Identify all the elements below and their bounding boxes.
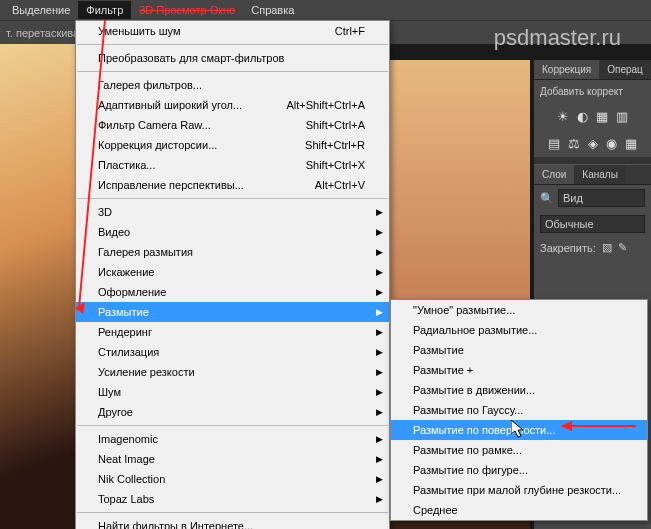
blur-menu-item[interactable]: Размытие по рамке... xyxy=(391,440,647,460)
filter-menu-item[interactable]: Другое▶ xyxy=(76,402,389,422)
submenu-arrow-icon: ▶ xyxy=(376,227,383,237)
filter-menu-item[interactable]: Исправление перспективы...Alt+Ctrl+V xyxy=(76,175,389,195)
channel-mixer-icon[interactable]: ▦ xyxy=(625,136,637,151)
filter-menu-item[interactable]: Усиление резкости▶ xyxy=(76,362,389,382)
tab-layers[interactable]: Слои xyxy=(534,165,574,184)
curves-icon[interactable]: ▦ xyxy=(596,109,608,124)
submenu-arrow-icon: ▶ xyxy=(376,407,383,417)
filter-menu-item[interactable]: Оформление▶ xyxy=(76,282,389,302)
blur-menu-item[interactable]: Размытие по поверхности... xyxy=(391,420,647,440)
submenu-arrow-icon: ▶ xyxy=(376,454,383,464)
lock-brush-icon[interactable]: ✎ xyxy=(618,241,627,254)
submenu-arrow-icon: ▶ xyxy=(376,474,383,484)
filter-menu-item[interactable]: Видео▶ xyxy=(76,222,389,242)
filter-menu-item[interactable]: Преобразовать для смарт-фильтров xyxy=(76,48,389,68)
submenu-arrow-icon: ▶ xyxy=(376,207,383,217)
filter-menu-item[interactable]: Галерея размытия▶ xyxy=(76,242,389,262)
submenu-arrow-icon: ▶ xyxy=(376,387,383,397)
adjustment-icons-1[interactable]: ☀ ◐ ▦ ▥ xyxy=(534,103,651,130)
bw-icon[interactable]: ◈ xyxy=(588,136,598,151)
tab-corrections[interactable]: Коррекция xyxy=(534,60,599,79)
filter-menu-item[interactable]: Искажение▶ xyxy=(76,262,389,282)
blur-menu-item[interactable]: Размытие + xyxy=(391,360,647,380)
menu-help[interactable]: Справка xyxy=(243,1,302,19)
submenu-arrow-icon: ▶ xyxy=(376,307,383,317)
filter-menu-item[interactable]: Уменьшить шумCtrl+F xyxy=(76,21,389,41)
filter-menu-item[interactable]: 3D▶ xyxy=(76,202,389,222)
filter-menu-item[interactable]: Пластика...Shift+Ctrl+X xyxy=(76,155,389,175)
filter-menu-item[interactable]: Адаптивный широкий угол...Alt+Shift+Ctrl… xyxy=(76,95,389,115)
blur-menu-item[interactable]: "Умное" размытие... xyxy=(391,300,647,320)
watermark: psdmaster.ru xyxy=(494,25,621,51)
balance-icon[interactable]: ⚖ xyxy=(568,136,580,151)
filter-menu-item[interactable]: Рендеринг▶ xyxy=(76,322,389,342)
blur-menu-item[interactable]: Размытие в движении... xyxy=(391,380,647,400)
adjustment-icons-2[interactable]: ▤ ⚖ ◈ ◉ ▦ xyxy=(534,130,651,157)
menu-selection[interactable]: Выделение xyxy=(4,1,78,19)
filter-menu-item[interactable]: Neat Image▶ xyxy=(76,449,389,469)
filter-menu-item[interactable]: Фильтр Camera Raw...Shift+Ctrl+A xyxy=(76,115,389,135)
filter-menu-item[interactable]: Imagenomic▶ xyxy=(76,429,389,449)
tab-channels[interactable]: Каналы xyxy=(574,165,626,184)
filter-menu-item[interactable]: Найти фильтры в Интернете... xyxy=(76,516,389,529)
filter-menu-item[interactable]: Стилизация▶ xyxy=(76,342,389,362)
blur-menu-item[interactable]: Размытие xyxy=(391,340,647,360)
submenu-arrow-icon: ▶ xyxy=(376,247,383,257)
filter-menu-item[interactable]: Nik Collection▶ xyxy=(76,469,389,489)
submenu-arrow-icon: ▶ xyxy=(376,267,383,277)
submenu-arrow-icon: ▶ xyxy=(376,347,383,357)
photo-filter-icon[interactable]: ◉ xyxy=(606,136,617,151)
blur-menu-item[interactable]: Размытие при малой глубине резкости... xyxy=(391,480,647,500)
filter-menu-item[interactable]: Размытие▶ xyxy=(76,302,389,322)
filter-menu-item[interactable]: Галерея фильтров... xyxy=(76,75,389,95)
blur-submenu: "Умное" размытие...Радиальное размытие..… xyxy=(390,299,648,521)
add-correction-label: Добавить коррект xyxy=(534,80,651,103)
search-icon[interactable]: 🔍 xyxy=(540,192,554,205)
submenu-arrow-icon: ▶ xyxy=(376,367,383,377)
canvas-left xyxy=(0,44,75,529)
tab-operations[interactable]: Операц xyxy=(599,60,651,79)
menu-3d[interactable]: 3D Просмотр Окно xyxy=(131,1,243,19)
vibrance-icon[interactable]: ▤ xyxy=(548,136,560,151)
lock-label: Закрепить: xyxy=(540,242,596,254)
filter-menu: Уменьшить шумCtrl+FПреобразовать для сма… xyxy=(75,20,390,529)
menu-filter[interactable]: Фильтр xyxy=(78,1,131,19)
blur-menu-item[interactable]: Среднее xyxy=(391,500,647,520)
brightness-icon[interactable]: ☀ xyxy=(557,109,569,124)
exposure-icon[interactable]: ▥ xyxy=(616,109,628,124)
blur-menu-item[interactable]: Размытие по Гауссу... xyxy=(391,400,647,420)
submenu-arrow-icon: ▶ xyxy=(376,434,383,444)
lock-pixels-icon[interactable]: ▧ xyxy=(602,241,612,254)
submenu-arrow-icon: ▶ xyxy=(376,327,383,337)
menubar: Выделение Фильтр 3D Просмотр Окно Справк… xyxy=(0,0,651,20)
filter-menu-item[interactable]: Коррекция дисторсии...Shift+Ctrl+R xyxy=(76,135,389,155)
filter-menu-item[interactable]: Шум▶ xyxy=(76,382,389,402)
blur-menu-item[interactable]: Радиальное размытие... xyxy=(391,320,647,340)
blend-mode-select[interactable]: Обычные xyxy=(540,215,645,233)
blur-menu-item[interactable]: Размытие по фигуре... xyxy=(391,460,647,480)
options-text: т. перетаскива xyxy=(6,27,79,39)
filter-menu-item[interactable]: Topaz Labs▶ xyxy=(76,489,389,509)
submenu-arrow-icon: ▶ xyxy=(376,494,383,504)
submenu-arrow-icon: ▶ xyxy=(376,287,383,297)
view-selector[interactable]: Вид xyxy=(558,189,645,207)
levels-icon[interactable]: ◐ xyxy=(577,109,588,124)
